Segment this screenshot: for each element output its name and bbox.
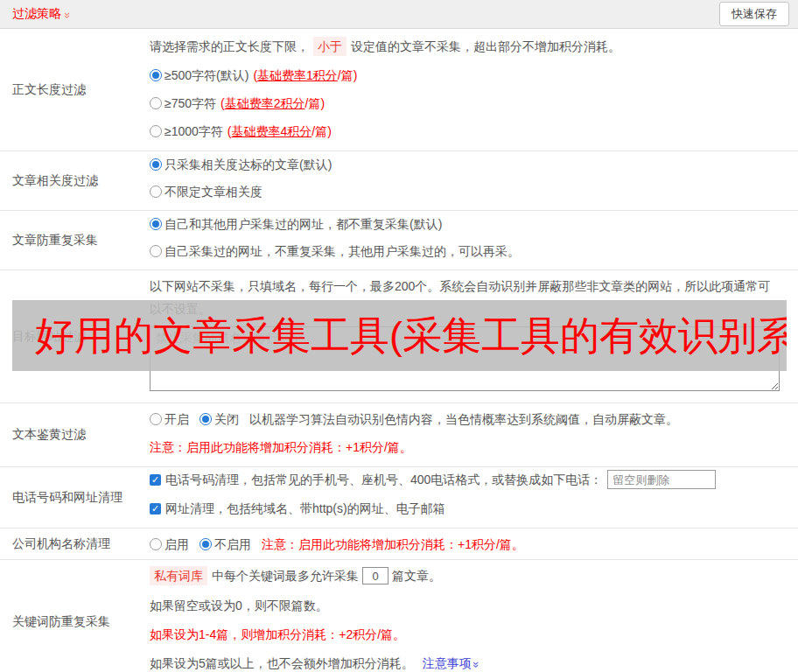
row-label: 电话号码和网址清理 bbox=[0, 467, 150, 528]
page-title-text: 过滤策略 bbox=[12, 6, 61, 22]
row-label: 关键词防重复采集 bbox=[0, 560, 150, 672]
row-label: 公司机构名称清理 bbox=[0, 528, 150, 559]
radio-icon[interactable] bbox=[150, 413, 162, 425]
filter-strategy-page: 过滤策略 » 快速保存 正文长度过滤 请选择需求的正文长度下限， 小于 设定值的… bbox=[0, 0, 798, 672]
row-porn-filter: 文本鉴黄过滤 开启 关闭 以机器学习算法自动识别色情内容，当色情概率达到系统阈值… bbox=[0, 403, 798, 467]
relevance-option-any[interactable]: 不限定文章相关度 bbox=[150, 183, 791, 200]
private-lexicon-badge: 私有词库 bbox=[150, 566, 207, 585]
watermark-banner: 好用的文章采集工具(采集工具的有效识别系 bbox=[12, 300, 787, 371]
row-label: 正文长度过滤 bbox=[0, 29, 150, 150]
url-clean-text: 网址清理，包括纯域名、带http(s)的网址、电子邮箱 bbox=[165, 500, 445, 517]
radio-icon[interactable] bbox=[150, 538, 162, 550]
quick-save-button[interactable]: 快速保存 bbox=[719, 2, 789, 26]
company-clean-on-option[interactable]: 启用 bbox=[150, 536, 189, 553]
keyword-dup-line2: 如果留空或设为0，则不限篇数。 bbox=[150, 597, 791, 614]
row-length-filter: 正文长度过滤 请选择需求的正文长度下限， 小于 设定值的文章不采集，超出部分不增… bbox=[0, 29, 798, 151]
chevron-down-icon: » bbox=[471, 661, 482, 667]
phone-clean-text: 电话号码清理，包括常见的手机号、座机号、400电话格式，或替换成如下电话： bbox=[165, 471, 602, 488]
watermark-text: 好用的文章采集工具(采集工具的有效识别系 bbox=[35, 310, 787, 362]
replace-phone-input[interactable] bbox=[607, 470, 716, 489]
fee-note: (基础费率2积分/篇) bbox=[220, 94, 325, 112]
relevance-option-strict[interactable]: 只采集相关度达标的文章(默认) bbox=[150, 156, 791, 173]
length-option-1000[interactable]: ≥1000字符 (基础费率4积分/篇) bbox=[150, 122, 791, 140]
porn-filter-note: 注意：启用此功能将增加积分消耗：+1积分/篇。 bbox=[150, 438, 791, 456]
radio-icon[interactable] bbox=[150, 245, 162, 257]
length-option-750[interactable]: ≥750字符 (基础费率2积分/篇) bbox=[150, 94, 791, 112]
radio-selected-icon[interactable] bbox=[200, 413, 212, 425]
length-filter-desc: 请选择需求的正文长度下限， 小于 设定值的文章不采集，超出部分不增加积分消耗。 bbox=[150, 37, 791, 56]
chevron-down-icon: » bbox=[62, 11, 74, 18]
length-option-500[interactable]: ≥500字符(默认) (基础费率1积分/篇) bbox=[150, 66, 791, 84]
row-label: 文章相关度过滤 bbox=[0, 151, 150, 210]
row-keyword-dup: 关键词防重复采集 私有词库 中每个关键词最多允许采集 篇文章。 如果留空或设为0… bbox=[0, 560, 798, 672]
checkbox-checked-icon[interactable]: ✓ bbox=[150, 503, 161, 514]
page-title[interactable]: 过滤策略 » bbox=[12, 6, 71, 22]
radio-icon[interactable] bbox=[150, 97, 162, 109]
keyword-dup-line3: 如果设为1-4篇，则增加积分消耗：+2积分/篇。 bbox=[150, 626, 791, 643]
checkbox-checked-icon[interactable]: ✓ bbox=[150, 474, 161, 486]
radio-selected-icon[interactable] bbox=[150, 218, 162, 230]
top-bar: 过滤策略 » 快速保存 bbox=[0, 0, 798, 29]
radio-icon[interactable] bbox=[150, 125, 162, 137]
row-phone-url-clean: 电话号码和网址清理 ✓ 电话号码清理，包括常见的手机号、座机号、400电话格式，… bbox=[0, 467, 798, 528]
company-clean-note: 注意：启用此功能将增加积分消耗：+1积分/篇。 bbox=[262, 536, 524, 553]
porn-filter-off-option[interactable]: 关闭 bbox=[200, 410, 239, 428]
company-clean-off-option[interactable]: 不启用 bbox=[200, 536, 251, 553]
less-than-highlight: 小于 bbox=[313, 37, 346, 56]
keyword-dup-line4: 如果设为5篇或以上，也不会额外增加积分消耗。 bbox=[150, 654, 414, 672]
fee-note: (基础费率1积分/篇) bbox=[253, 66, 357, 84]
dup-option-global[interactable]: 自己和其他用户采集过的网址，都不重复采集(默认) bbox=[150, 215, 791, 233]
radio-selected-icon[interactable] bbox=[200, 538, 212, 550]
row-relevance-filter: 文章相关度过滤 只采集相关度达标的文章(默认) 不限定文章相关度 bbox=[0, 151, 798, 211]
row-dup-collect: 文章防重复采集 自己和其他用户采集过的网址，都不重复采集(默认) 自己采集过的网… bbox=[0, 211, 798, 270]
porn-filter-desc: 以机器学习算法自动识别色情内容，当色情概率达到系统阈值，自动屏蔽文章。 bbox=[249, 410, 678, 428]
porn-filter-on-option[interactable]: 开启 bbox=[150, 410, 189, 428]
radio-selected-icon[interactable] bbox=[150, 69, 162, 81]
radio-icon[interactable] bbox=[150, 186, 162, 198]
row-label: 文章防重复采集 bbox=[0, 211, 150, 270]
row-label: 文本鉴黄过滤 bbox=[0, 403, 150, 466]
row-company-clean: 公司机构名称清理 启用 不启用 注意：启用此功能将增加积分消耗：+1积分/篇。 bbox=[0, 528, 798, 560]
max-collect-count-input[interactable] bbox=[362, 567, 388, 584]
fee-note: (基础费率4积分/篇) bbox=[228, 122, 332, 140]
radio-selected-icon[interactable] bbox=[150, 158, 162, 171]
notes-link[interactable]: 注意事项 » bbox=[423, 654, 480, 672]
dup-option-own[interactable]: 自己采集过的网址，不重复采集，其他用户采集过的，可以再采。 bbox=[150, 242, 791, 260]
